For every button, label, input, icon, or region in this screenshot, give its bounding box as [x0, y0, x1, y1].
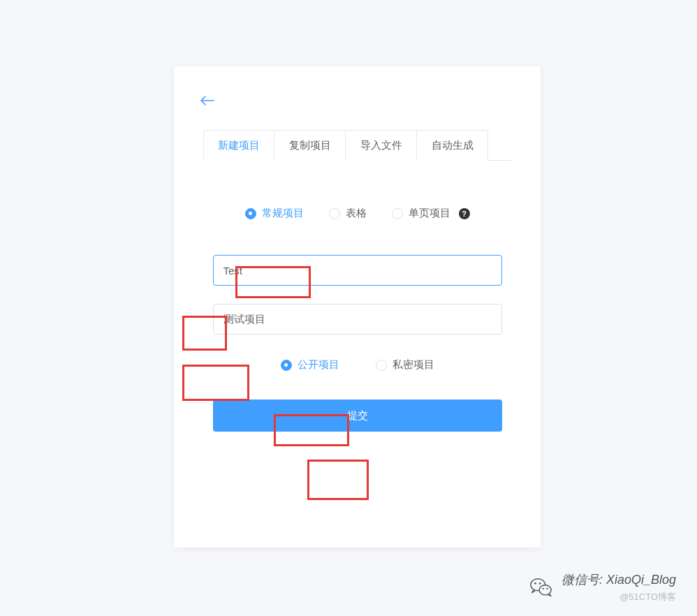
radio-table-project[interactable]: 表格 — [329, 207, 367, 220]
tab-copy-project[interactable]: 复制项目 — [274, 130, 346, 161]
radio-label: 单页项目 — [409, 207, 450, 220]
new-project-card: 新建项目 复制项目 导入文件 自动生成 常规项目 表格 单页项目 ? — [174, 66, 541, 548]
radio-label: 公开项目 — [298, 358, 339, 372]
help-icon[interactable]: ? — [459, 208, 470, 219]
tab-new-project[interactable]: 新建项目 — [203, 130, 274, 161]
radio-label: 私密项目 — [392, 358, 434, 372]
tab-import-file[interactable]: 导入文件 — [346, 130, 417, 161]
radio-private-project[interactable]: 私密项目 — [376, 358, 434, 372]
radio-label: 常规项目 — [262, 207, 304, 220]
form-area: 常规项目 表格 单页项目 ? 公开项目 私密项目 提交 — [203, 161, 511, 432]
radio-circle-icon — [392, 208, 403, 219]
wechat-account-label: 微信号: XiaoQi_Blog — [562, 571, 676, 588]
svg-point-1 — [539, 585, 551, 595]
radio-public-project[interactable]: 公开项目 — [281, 358, 339, 372]
tab-bar: 新建项目 复制项目 导入文件 自动生成 — [203, 130, 511, 161]
project-type-radio-group: 常规项目 表格 单页项目 ? — [203, 207, 511, 220]
footer-text: 微信号: XiaoQi_Blog @51CTO博客 — [562, 571, 676, 603]
attribution-label: @51CTO博客 — [619, 591, 676, 603]
radio-circle-icon — [281, 360, 292, 371]
highlight-box — [307, 460, 369, 500]
svg-point-4 — [543, 588, 544, 589]
radio-circle-icon — [329, 208, 340, 219]
project-desc-input[interactable] — [213, 304, 502, 335]
back-arrow-icon[interactable] — [200, 93, 214, 109]
svg-point-5 — [546, 588, 548, 589]
svg-point-3 — [539, 582, 541, 585]
tab-auto-generate[interactable]: 自动生成 — [417, 130, 488, 161]
svg-point-2 — [534, 582, 536, 585]
project-name-input[interactable] — [213, 255, 502, 286]
radio-label: 表格 — [346, 207, 367, 220]
radio-regular-project[interactable]: 常规项目 — [245, 207, 304, 220]
visibility-radio-group: 公开项目 私密项目 — [203, 358, 511, 372]
radio-circle-icon — [376, 360, 387, 371]
footer-watermark: 微信号: XiaoQi_Blog @51CTO博客 — [529, 571, 676, 603]
radio-circle-icon — [245, 208, 256, 219]
wechat-icon — [529, 575, 553, 599]
submit-button[interactable]: 提交 — [213, 399, 502, 432]
radio-single-page-project[interactable]: 单页项目 ? — [392, 207, 470, 220]
